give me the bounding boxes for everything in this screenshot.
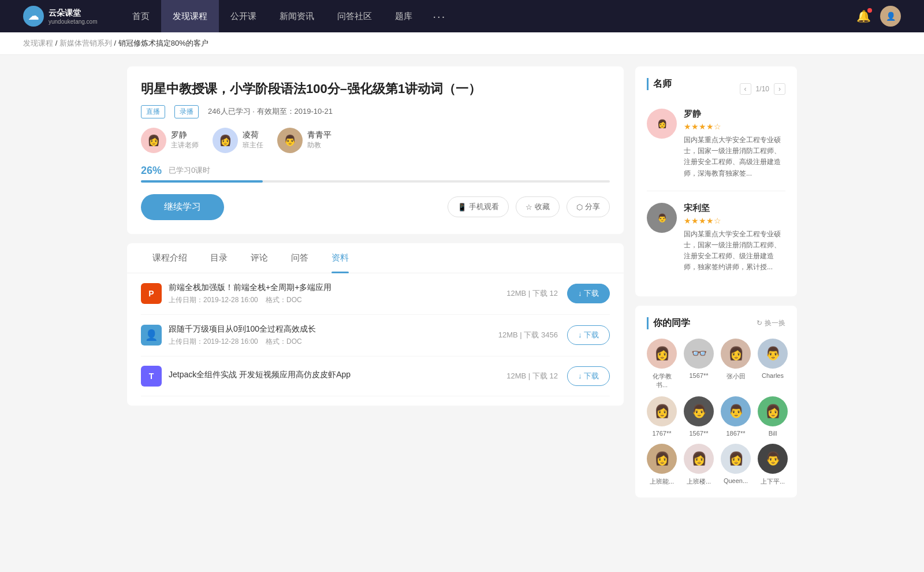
mobile-icon: 📱 — [457, 203, 467, 211]
teacher-role-2: 助教 — [307, 140, 331, 150]
download-button-0[interactable]: ↓ 下载 — [567, 284, 610, 303]
classmate-8: 👩 上班能... — [647, 444, 677, 486]
teacher-name-2: 青青平 — [307, 130, 331, 140]
classmates-card: 你的同学 ↻ 换一换 👩 化学教书... 👓 1567** 👩 张小田 — [635, 306, 797, 497]
refresh-classmates-button[interactable]: ↻ 换一换 — [757, 318, 785, 328]
classmate-avatar-8: 👩 — [647, 444, 677, 474]
share-icon: ⬡ — [576, 203, 583, 211]
classmate-4: 👩 1767** — [647, 396, 677, 437]
tab-intro[interactable]: 课程介绍 — [141, 243, 199, 273]
teacher-0: 👩 罗静 主讲老师 — [141, 128, 199, 153]
classmate-name-11: 上下平... — [761, 477, 785, 486]
resource-stats-0: 12MB | 下载 12 — [506, 288, 558, 299]
breadcrumb: 发现课程 / 新媒体营销系列 / 销冠修炼术搞定80%的客户 — [0, 32, 924, 55]
nav-discover[interactable]: 发现课程 — [161, 0, 219, 32]
famous-teacher-stars-0: ★★★★☆ — [684, 122, 785, 131]
breadcrumb-link-discover[interactable]: 发现课程 — [23, 39, 53, 47]
badge-live: 直播 — [141, 105, 165, 118]
mobile-view-button[interactable]: 📱 手机观看 — [448, 196, 509, 217]
resource-icon-1: 👤 — [141, 325, 162, 346]
resource-title-1: 跟随千万级项目从0到100全过程高效成长 — [169, 324, 498, 335]
teacher-avatar-0: 👩 — [141, 128, 166, 153]
teacher-next-button[interactable]: › — [774, 83, 785, 95]
famous-teacher-name-0: 罗静 — [684, 109, 785, 120]
resource-list: P 前端全栈加强版！前端全栈+全周期+多端应用 上传日期：2019-12-28 … — [127, 273, 624, 406]
collect-button[interactable]: ☆ 收藏 — [516, 196, 560, 217]
famous-teacher-name-1: 宋利坚 — [684, 203, 785, 214]
classmate-name-10: Queen... — [724, 477, 748, 484]
nav-home[interactable]: 首页 — [121, 0, 161, 32]
classmate-3: 👨 Charles — [758, 339, 788, 389]
refresh-icon: ↻ — [757, 319, 762, 327]
famous-teacher-avatar-0: 👩 — [647, 109, 677, 139]
classmate-10: 👩 Queen... — [721, 444, 751, 486]
bell-icon[interactable]: 🔔 — [856, 9, 871, 23]
logo-text: 云朵课堂 yundouketang.com — [49, 8, 98, 25]
share-button[interactable]: ⬡ 分享 — [567, 196, 610, 217]
classmate-name-6: 1867** — [726, 430, 745, 437]
download-button-1[interactable]: ↓ 下载 — [567, 325, 610, 345]
tab-review[interactable]: 评论 — [239, 243, 280, 273]
teacher-name-1: 凌荷 — [243, 130, 263, 140]
nav: 首页 发现课程 公开课 新闻资讯 问答社区 题库 ··· — [121, 0, 856, 32]
classmate-name-1: 1567** — [689, 372, 708, 379]
nav-qa[interactable]: 问答社区 — [326, 0, 383, 32]
teacher-prev-button[interactable]: ‹ — [740, 83, 751, 95]
tab-resource[interactable]: 资料 — [320, 243, 360, 273]
teacher-divider — [647, 191, 785, 191]
action-row: 继续学习 📱 手机观看 ☆ 收藏 ⬡ 分享 — [141, 194, 610, 220]
tabs-card: 课程介绍 目录 评论 问答 资料 P 前端全栈加强版！前端全栈+全周期+多端应用… — [127, 243, 624, 406]
sidebar: 名师 ‹ 1/10 › 👩 罗静 ★★★★☆ 国内某重点大学安全工程专业硕士，国… — [635, 66, 797, 507]
nav-news[interactable]: 新闻资讯 — [268, 0, 326, 32]
famous-teacher-0: 👩 罗静 ★★★★☆ 国内某重点大学安全工程专业硕士，国家一级注册消防工程师、注… — [647, 109, 785, 179]
famous-teacher-avatar-1: 👨 — [647, 203, 677, 233]
user-avatar[interactable]: 👤 — [880, 6, 901, 27]
resource-meta-0: 上传日期：2019-12-28 16:00 格式：DOC — [169, 295, 506, 305]
progress-bar-bg — [141, 180, 610, 183]
classmate-9: 👩 上班楼... — [684, 444, 714, 486]
classmates-title: 你的同学 — [647, 317, 690, 329]
teacher-role-1: 班主任 — [243, 140, 263, 150]
download-button-2[interactable]: ↓ 下载 — [567, 366, 610, 386]
nav-exam[interactable]: 题库 — [383, 0, 424, 32]
classmate-name-7: Bill — [769, 430, 777, 437]
notification-dot — [867, 8, 872, 13]
nav-more[interactable]: ··· — [424, 0, 456, 32]
tab-catalog[interactable]: 目录 — [199, 243, 239, 273]
classmate-name-3: Charles — [762, 372, 784, 379]
classmate-avatar-0: 👩 — [647, 339, 677, 369]
progress-section: 26% 已学习0课时 — [141, 165, 610, 183]
classmate-name-0: 化学教书... — [647, 372, 677, 389]
tab-qa[interactable]: 问答 — [280, 243, 320, 273]
breadcrumb-link-series[interactable]: 新媒体营销系列 — [59, 39, 112, 47]
famous-teacher-desc-1: 国内某重点大学安全工程专业硕士，国家一级注册消防工程师、注册安全工程师、级注册建… — [684, 229, 785, 273]
classmate-11: 👨 上下平... — [758, 444, 788, 486]
nav-open[interactable]: 公开课 — [219, 0, 268, 32]
breadcrumb-current: 销冠修炼术搞定80%的客户 — [118, 39, 208, 47]
header-right: 🔔 👤 — [856, 6, 901, 27]
classmate-avatar-5: 👨 — [684, 396, 714, 426]
classmates-grid: 👩 化学教书... 👓 1567** 👩 张小田 👨 Charles 👩 — [647, 339, 785, 486]
progress-label: 已学习0课时 — [169, 165, 210, 176]
logo[interactable]: ☁ 云朵课堂 yundouketang.com — [23, 6, 98, 27]
course-card: 明星中教授课，小学阶段语法100分–强化级第1讲动词（一） 直播 录播 246人… — [127, 66, 624, 234]
classmate-avatar-11: 👨 — [758, 444, 788, 474]
teacher-avatar-2: 👨 — [277, 128, 303, 153]
header: ☁ 云朵课堂 yundouketang.com 首页 发现课程 公开课 新闻资讯… — [0, 0, 924, 32]
continue-study-button[interactable]: 继续学习 — [141, 194, 224, 220]
classmate-name-8: 上班能... — [650, 477, 674, 486]
resource-stats-1: 12MB | 下载 3456 — [498, 330, 558, 340]
resource-item-1: 👤 跟随千万级项目从0到100全过程高效成长 上传日期：2019-12-28 1… — [141, 315, 610, 356]
classmate-name-9: 上班楼... — [687, 477, 711, 486]
badge-replay: 录播 — [174, 105, 199, 118]
classmate-avatar-6: 👨 — [721, 396, 751, 426]
resource-title-0: 前端全栈加强版！前端全栈+全周期+多端应用 — [169, 283, 506, 293]
teacher-role-0: 主讲老师 — [171, 140, 199, 150]
classmate-name-2: 张小田 — [726, 372, 746, 381]
classmate-7: 👩 Bill — [758, 396, 788, 437]
course-title: 明星中教授课，小学阶段语法100分–强化级第1讲动词（一） — [141, 80, 610, 98]
classmate-avatar-3: 👨 — [758, 339, 788, 369]
resource-item-2: T Jetpack全组件实战 开发短视频应用高仿皮皮虾App 12MB | 下载… — [141, 356, 610, 396]
teacher-pagination: ‹ 1/10 › — [740, 83, 785, 95]
famous-teacher-desc-0: 国内某重点大学安全工程专业硕士，国家一级注册消防工程师、注册安全工程师、高级注册… — [684, 135, 785, 179]
